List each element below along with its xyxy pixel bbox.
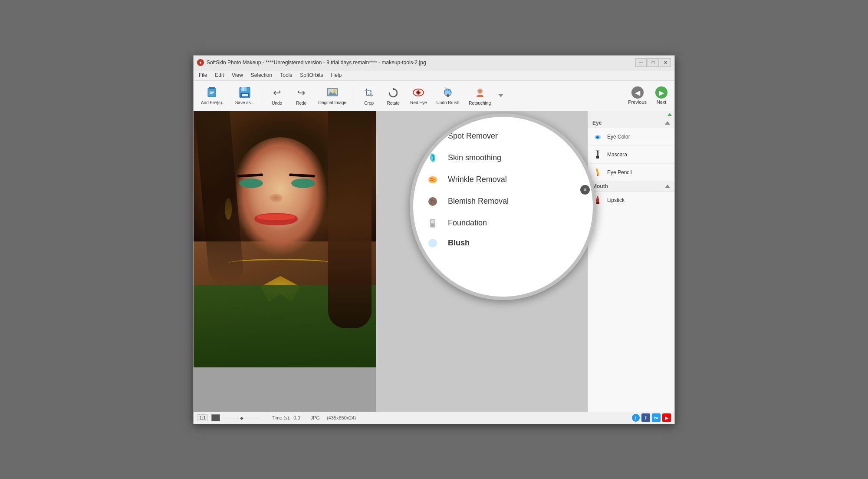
facebook-button[interactable]: f: [641, 413, 650, 422]
svg-point-13: [333, 89, 336, 92]
menu-edit[interactable]: Edit: [211, 71, 227, 79]
red-eye-button[interactable]: Red Eye: [406, 83, 431, 108]
eye-color-item[interactable]: Eye Color: [588, 128, 674, 146]
wrinkle-removal-label: Wrinkle Removal: [448, 175, 507, 184]
blush-item[interactable]: Blush: [413, 234, 593, 254]
mouth-section-header: Mouth: [588, 182, 674, 192]
svg-point-23: [419, 91, 420, 92]
wrinkle-removal-item[interactable]: Wrinkle Removal: [413, 169, 593, 191]
svg-point-39: [596, 136, 599, 139]
image-area: [194, 111, 376, 412]
time-value: 0.0: [293, 415, 300, 420]
navigation-area: ◀ Previous ▶ Next: [625, 85, 671, 106]
image-placeholder: [194, 367, 376, 412]
status-bar: 1:1 ───── ◆ ───── Time (s): 0.0 JPG (435…: [194, 412, 674, 424]
lipstick-item[interactable]: Lipstick: [588, 192, 674, 209]
blemish-removal-icon: [426, 195, 439, 208]
title-bar-left: ♦ SoftSkin Photo Makeup - ****Unregister…: [197, 59, 426, 66]
svg-point-27: [430, 132, 435, 137]
menu-help[interactable]: Help: [328, 71, 345, 79]
eye-color-label: Eye Color: [607, 134, 630, 140]
retouching-button[interactable]: Retouching: [465, 83, 495, 108]
skin-smoothing-label: Skin smoothing: [448, 153, 501, 162]
redo-button[interactable]: ↪ Redo: [290, 83, 312, 108]
zoom-level: 1:1: [197, 414, 208, 421]
eye-pencil-icon: [592, 167, 603, 178]
info-button[interactable]: i: [632, 414, 640, 422]
svg-point-31: [431, 199, 433, 201]
save-as-icon: [238, 86, 252, 99]
svg-point-29: [428, 176, 437, 183]
mascara-icon: [592, 149, 603, 160]
add-files-button[interactable]: Add File(s)...: [197, 83, 230, 108]
retouching-icon: [473, 86, 487, 100]
app-icon: ♦: [197, 59, 204, 66]
menu-tools[interactable]: Tools: [276, 71, 296, 79]
blemish-removal-label: Blemish Removal: [448, 197, 509, 206]
svg-point-26: [479, 90, 481, 92]
main-window: ♦ SoftSkin Photo Makeup - ****Unregister…: [193, 55, 675, 424]
blemish-removal-item[interactable]: Blemish Removal: [413, 191, 593, 212]
eye-section-title: Eye: [592, 120, 602, 126]
view-mode-icon: [211, 414, 220, 421]
minimize-button[interactable]: ─: [635, 58, 647, 67]
previous-button[interactable]: ◀ Previous: [625, 85, 650, 106]
svg-rect-3: [210, 92, 214, 93]
mouth-section-toggle-icon[interactable]: [665, 185, 670, 188]
original-image-icon: [326, 86, 339, 99]
svg-rect-1: [209, 87, 215, 89]
rotate-icon: [386, 86, 400, 100]
eye-section-header: Eye: [588, 118, 674, 128]
original-image-button[interactable]: Original Image: [314, 83, 350, 108]
maximize-button[interactable]: □: [648, 58, 659, 67]
menu-softorbits[interactable]: SoftOrbits: [296, 71, 326, 79]
foundation-item[interactable]: Foundation: [413, 212, 593, 234]
window-title: SoftSkin Photo Makeup - ****Unregistered…: [207, 59, 426, 66]
undo-button[interactable]: ↩ Undo: [266, 83, 288, 108]
magnifier-close-button[interactable]: ✕: [580, 185, 590, 195]
skin-smoothing-icon: [426, 152, 439, 165]
retouching-dropdown-icon[interactable]: [498, 94, 503, 97]
youtube-button[interactable]: ▶: [662, 413, 671, 422]
title-bar-controls: ─ □ ✕: [635, 58, 671, 67]
undo-brush-icon: [441, 86, 455, 99]
toolbar: Add File(s)... Save as... ↩ Undo ↪ Redo: [194, 81, 674, 111]
svg-rect-2: [210, 91, 214, 92]
svg-point-40: [598, 136, 598, 137]
undo-brush-button[interactable]: Undo Brush: [433, 83, 464, 108]
save-as-button[interactable]: Save as...: [231, 83, 258, 108]
title-bar: ♦ SoftSkin Photo Makeup - ****Unregister…: [194, 56, 674, 70]
svg-point-30: [428, 197, 437, 206]
lipstick-label: Lipstick: [607, 197, 625, 203]
toolbar-sep-2: [354, 85, 354, 106]
next-button[interactable]: ▶ Next: [652, 85, 671, 106]
svg-marker-19: [393, 88, 395, 90]
right-panel: Eye Eye Color: [588, 111, 674, 412]
undo-icon: ↩: [270, 86, 284, 100]
eye-pencil-label: Eye Pencil: [607, 169, 632, 175]
status-icons: i f tw ▶: [632, 413, 671, 422]
magnifier-overlay: Spot Remover Skin smoothing: [410, 113, 596, 300]
gray-area: Spot Remover Skin smoothing: [376, 111, 588, 412]
crop-button[interactable]: Crop: [358, 83, 380, 108]
mascara-item[interactable]: Mascara: [588, 146, 674, 164]
menu-selection[interactable]: Selection: [247, 71, 276, 79]
menu-file[interactable]: File: [195, 71, 210, 79]
zoom-slider[interactable]: ───── ◆ ─────: [224, 416, 260, 420]
menu-view[interactable]: View: [228, 71, 247, 79]
eye-pencil-item[interactable]: Eye Pencil: [588, 164, 674, 182]
skin-smoothing-item[interactable]: Skin smoothing: [413, 147, 593, 169]
foundation-icon: [426, 217, 439, 230]
eye-section-toggle-icon[interactable]: [665, 121, 670, 125]
close-button[interactable]: ✕: [660, 58, 671, 67]
svg-point-32: [434, 201, 435, 202]
mouth-section-title: Mouth: [592, 183, 608, 189]
previous-arrow-icon: ◀: [631, 86, 644, 99]
twitter-button[interactable]: tw: [652, 413, 661, 422]
svg-rect-35: [431, 220, 434, 223]
svg-rect-50: [596, 202, 599, 204]
spot-remover-item[interactable]: Spot Remover: [413, 126, 593, 147]
spot-remover-icon: [426, 130, 439, 143]
panel-scroll-up-icon[interactable]: [667, 113, 672, 116]
rotate-button[interactable]: Rotate: [382, 83, 404, 108]
